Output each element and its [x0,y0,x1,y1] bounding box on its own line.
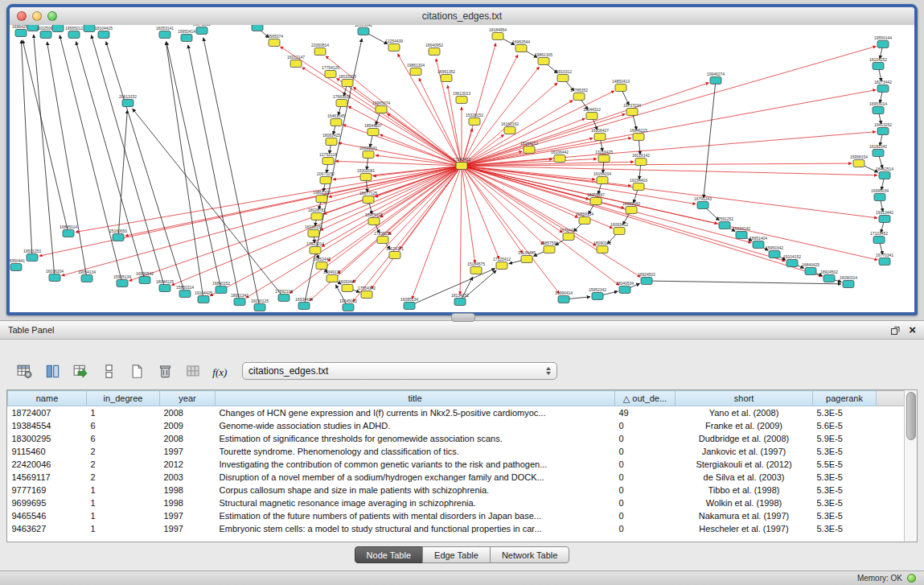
table-row[interactable]: 1456911722003Disruption of a novel membe… [8,471,905,484]
table-mode-icon[interactable] [14,361,34,381]
tab-edge-table[interactable]: Edge Table [422,546,491,563]
network-edge[interactable] [47,42,87,278]
network-node[interactable]: 19613013 [453,91,470,104]
network-node[interactable]: 18513042 [355,25,372,35]
network-edge[interactable] [462,166,560,294]
network-node[interactable]: 16846215 [630,128,647,141]
network-node[interactable]: 18544207 [364,123,382,136]
table-cell[interactable]: de Silva et al. (2003) [676,471,813,484]
table-selector-dropdown[interactable]: citations_edges.txt [242,362,557,380]
table-cell[interactable]: 6 [87,419,160,432]
network-node[interactable]: 15952342 [589,287,606,300]
network-node[interactable]: 15184575 [467,262,485,274]
network-edge[interactable] [409,269,495,306]
table-cell[interactable]: 2008 [160,432,216,445]
network-node[interactable]: 16461045 [327,113,345,126]
table-cell[interactable]: 9777169 [8,484,87,496]
network-node[interactable]: 18462514 [876,167,893,179]
network-node[interactable]: 17923214 [306,241,324,254]
table-cell[interactable]: Tourette syndrome. Phenomenology and cla… [216,445,615,458]
network-node[interactable]: 16910312 [554,69,572,82]
network-node[interactable]: 16791243 [694,196,712,209]
network-edge[interactable] [320,166,462,230]
network-edge[interactable] [62,166,462,276]
table-cell[interactable]: Dudbridge et al. (2008) [676,432,813,445]
table-cell[interactable]: 1 [87,496,160,509]
network-node[interactable]: 17692104 [275,289,293,302]
network-node[interactable]: 16030125 [251,299,269,311]
table-cell[interactable]: 2009 [160,419,216,432]
network-node[interactable]: 16053141 [156,26,174,39]
table-cell[interactable]: 9463627 [8,522,87,535]
function-builder-icon[interactable]: f(x) [211,361,231,381]
network-node[interactable]: 18104425 [95,26,113,39]
network-node[interactable]: 16640952 [425,43,443,56]
table-cell[interactable]: Disruption of a novel member of a sodium… [216,471,615,484]
network-node[interactable]: 12752118 [319,152,337,165]
network-edge[interactable] [462,166,785,261]
network-edge[interactable] [460,166,462,295]
network-node[interactable]: 16016204 [46,269,64,282]
network-node[interactable]: 18951342 [231,293,248,306]
network-edge[interactable] [118,110,127,237]
network-window-titlebar[interactable]: citations_edges.txt [10,7,914,26]
table-cell[interactable]: 49 [615,406,676,420]
table-cell[interactable]: 2 [87,471,160,484]
network-node[interactable]: 18164212 [520,141,538,154]
network-node[interactable]: 19950414 [178,29,195,42]
table-cell[interactable]: 2003 [160,471,216,484]
network-node[interactable]: 16770341 [876,253,893,266]
delete-columns-icon[interactable] [155,361,175,381]
table-row[interactable]: 911546021997Tourette syndrome. Phenomeno… [8,445,905,458]
network-edge[interactable] [203,38,260,307]
network-edge[interactable] [106,42,185,294]
table-cell[interactable]: Changes of HCN gene expression and I(f) … [216,406,615,420]
table-cell[interactable]: Jankovic et al. (1997) [676,445,813,458]
table-cell[interactable]: Investigating the contribution of common… [216,458,615,471]
network-node[interactable]: 13216425 [595,150,613,163]
table-cell[interactable]: 6 [87,432,160,445]
table-cell[interactable]: 1 [87,406,160,420]
table-cell[interactable]: Tibbo et al. (1998) [676,484,813,496]
table-cell[interactable]: 5.6E-5 [813,419,877,432]
column-header[interactable]: pagerank [813,391,877,406]
table-cell[interactable]: 1 [87,484,160,496]
network-node[interactable]: 18273442 [874,80,892,93]
table-row[interactable]: 946554611997Estimation of the future num… [8,509,905,522]
network-edge[interactable] [462,166,696,204]
network-node[interactable]: 15905134 [113,274,131,287]
table-cell[interactable]: 1998 [160,484,216,496]
delete-table-icon[interactable] [183,361,203,381]
table-cell[interactable]: 14569117 [8,471,87,484]
column-header[interactable]: title [216,391,615,406]
table-row[interactable]: 946362711997Embryonic stem cells: a mode… [8,522,905,535]
table-cell[interactable]: 1997 [160,522,216,535]
network-node[interactable]: 20859134 [576,212,593,225]
table-cell[interactable]: 22420046 [8,458,87,471]
table-cell[interactable]: Genome-wide association studies in ADHD. [216,419,615,432]
close-panel-icon[interactable]: × [909,324,916,336]
network-node[interactable]: 20613152 [119,94,137,107]
table-cell[interactable]: 0 [615,419,676,432]
table-cell[interactable]: 0 [615,471,676,484]
network-node[interactable]: 16093412 [610,222,628,235]
table-cell[interactable]: 1 [87,509,160,522]
table-cell[interactable]: Stergiakouli et al. (2012) [676,458,813,471]
table-scrollbar[interactable] [904,390,917,542]
table-cell[interactable]: 9465546 [8,509,87,522]
table-cell[interactable]: 5.9E-5 [813,432,877,445]
network-node[interactable]: 19946274 [707,72,725,84]
network-node[interactable]: 16845014 [60,225,77,237]
table-cell[interactable]: 18300295 [8,432,87,445]
table-cell[interactable]: 1 [87,522,160,535]
network-node[interactable]: 16162162 [501,122,519,134]
network-node[interactable]: 19413252 [874,122,892,135]
column-header[interactable]: in_degree [87,391,160,406]
network-node[interactable]: 18059342 [622,201,640,214]
minimize-window-button[interactable] [32,11,42,21]
network-node[interactable]: 15302081 [357,168,375,181]
network-node[interactable]: 15328152 [466,113,483,126]
table-cell[interactable]: Nakamura et al. (1997) [676,509,813,522]
network-node[interactable]: 16090314 [840,275,857,288]
network-node[interactable]: 14850413 [612,79,630,92]
